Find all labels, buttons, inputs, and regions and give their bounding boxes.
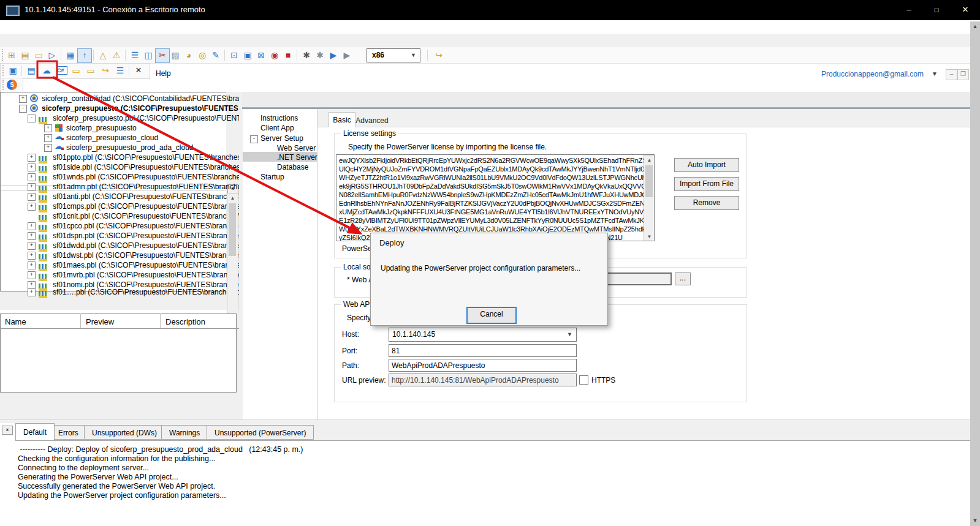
expander-icon[interactable]: + [28,288,36,291]
exit-icon[interactable]: ↪ [432,48,446,62]
new-icon[interactable]: ⊞ [5,48,18,62]
object-list-icon[interactable]: ☰ [113,64,127,77]
output-tab-warnings[interactable]: Warnings [161,425,208,440]
scrollbar-thumb[interactable] [229,203,236,256]
mdi-restore-button[interactable]: ❐ [957,69,969,80]
run-window-icon[interactable]: ⊡ [227,48,241,62]
output-tab-unsupported-dws[interactable]: Unsupported (DWs) [84,425,165,440]
stop-icon[interactable]: ■ [281,48,295,62]
chevron-down-icon[interactable]: ▼ [411,49,416,62]
attach-debug-icon[interactable]: ✱ [313,48,327,62]
column-header-description[interactable]: Description [165,317,205,326]
preview-icon[interactable]: ▣ [241,48,254,62]
tab-advanced[interactable]: Advanced [355,116,389,125]
output-tab-errors[interactable]: Errors [50,425,86,440]
csharp-editor-icon[interactable]: C# [56,66,67,75]
column-header-name[interactable]: Name [5,317,26,326]
debug-icon[interactable]: ✱ [300,48,313,62]
scroll-down-icon[interactable]: ▼ [970,517,980,524]
database-icon[interactable]: ◎ [196,48,209,62]
run-recent-icon[interactable]: ▷ [45,48,59,62]
chevron-down-icon[interactable]: ▼ [567,328,572,341]
browser-icon[interactable]: ◫ [142,48,155,62]
scroll-up-icon[interactable]: ▲ [644,157,655,163]
output-log[interactable]: ---------- Deploy: Deploy of sicoferp_pr… [15,440,970,526]
expander-icon[interactable]: + [19,95,27,103]
output-tab-default[interactable]: Default [15,423,55,440]
expander-icon[interactable]: + [28,261,36,269]
snapdevelop-icon[interactable]: S [7,80,17,90]
close-icon[interactable]: ✕ [132,64,145,77]
expander-icon[interactable]: + [28,222,36,230]
expander-icon[interactable]: - [28,115,36,122]
deploy-cloud-icon[interactable]: ☁ [40,64,53,77]
db-profile-icon[interactable]: ◕ [182,48,196,62]
expander-icon[interactable]: + [28,252,36,260]
tab-basic[interactable]: Basic [329,112,355,127]
rdp-minimize-button[interactable]: – [896,2,922,17]
export-icon[interactable]: ↪ [99,64,112,77]
profiling-icon[interactable]: ◉ [268,48,281,62]
output-tab-unsupported-powerserver[interactable]: Unsupported (PowerServer) [207,425,314,440]
expander-icon[interactable]: + [28,242,36,250]
expander-icon[interactable]: + [44,124,52,132]
open-icon[interactable]: ▭ [32,48,45,62]
nav-item-server-setup[interactable]: Server Setup [260,134,303,143]
rdp-close-button[interactable]: ✕ [952,2,978,17]
library-painter-icon[interactable]: ▦ [64,48,77,62]
toolbar-grip[interactable] [2,80,6,90]
incremental-build-icon[interactable]: ▤ [25,64,38,77]
import-from-file-button[interactable]: Import From File [674,177,739,191]
column-divider[interactable] [160,314,161,328]
expander-icon[interactable]: + [28,232,36,240]
todo-list-icon[interactable]: ☰ [128,48,142,62]
expander-icon[interactable]: - [19,105,27,113]
nav-item-client-app[interactable]: Client App [260,124,294,132]
run-icon[interactable]: ▶ [327,48,340,62]
output-close-icon[interactable]: x [2,426,13,435]
freeform-icon[interactable]: ▨ [169,48,182,62]
expander-icon[interactable]: + [28,154,36,162]
mdi-minimize-button[interactable]: – [946,69,957,80]
account-link[interactable]: Produccionappeon@gmail.com [821,70,924,78]
browse-button[interactable]: ... [675,272,691,285]
edit-source-icon[interactable]: ✎ [209,48,222,62]
clip-window-icon[interactable]: ✂ [155,48,170,63]
nav-item-database[interactable]: Database [277,163,308,171]
expander-icon[interactable]: - [250,135,258,143]
warning-icon[interactable]: ⚠ [110,48,123,62]
expander-icon[interactable]: + [44,134,52,142]
column-divider[interactable] [80,314,81,328]
run-debug-icon[interactable]: ▶ [340,48,354,62]
arch-selector[interactable]: x86 ▼ [367,48,420,62]
menu-help[interactable]: Help [153,69,173,78]
expander-icon[interactable]: + [28,163,36,171]
expander-icon[interactable]: + [44,144,52,152]
auto-import-button[interactable]: Auto Import [674,158,739,172]
expander-icon[interactable]: + [28,271,36,279]
folder-exclude-icon[interactable]: ▭ [84,64,97,77]
path-input[interactable] [389,359,577,372]
toolbar-grip[interactable] [2,65,6,76]
exception-icon[interactable]: △ [96,48,110,62]
remove-button[interactable]: Remove [674,196,739,210]
inherit-icon[interactable]: ▤ [18,48,32,62]
save-icon[interactable]: ▣ [6,64,20,77]
scroll-up-icon[interactable]: ▲ [227,195,238,201]
license-vertical-scrollbar[interactable]: ▲ ▼ [644,155,655,241]
expander-icon[interactable]: + [28,203,36,211]
rdp-vertical-scrollbar[interactable]: ▲ ▼ [970,21,980,526]
account-dropdown-icon[interactable]: ▼ [932,70,938,77]
deploy-icon[interactable]: ↑ [77,48,92,63]
scroll-down-icon[interactable]: ▼ [644,234,655,239]
license-textarea[interactable]: ewJQYXlsb2FkIjoidVRkbEtQRjRrcEpYUWxjc2dR… [336,154,655,241]
expander-icon[interactable]: + [28,173,36,181]
scrollbar-thumb[interactable] [645,165,653,197]
folder-history-icon[interactable]: ▭ [69,64,83,77]
rdp-maximize-button[interactable]: □ [924,2,949,17]
nav-item-web-server[interactable]: Web Server [277,144,316,152]
cancel-button[interactable]: Cancel [466,307,517,324]
https-checkbox[interactable] [579,375,588,385]
nav-item-net-server[interactable]: .NET Server [277,153,317,162]
remote-run-icon[interactable]: ⊠ [254,48,268,62]
